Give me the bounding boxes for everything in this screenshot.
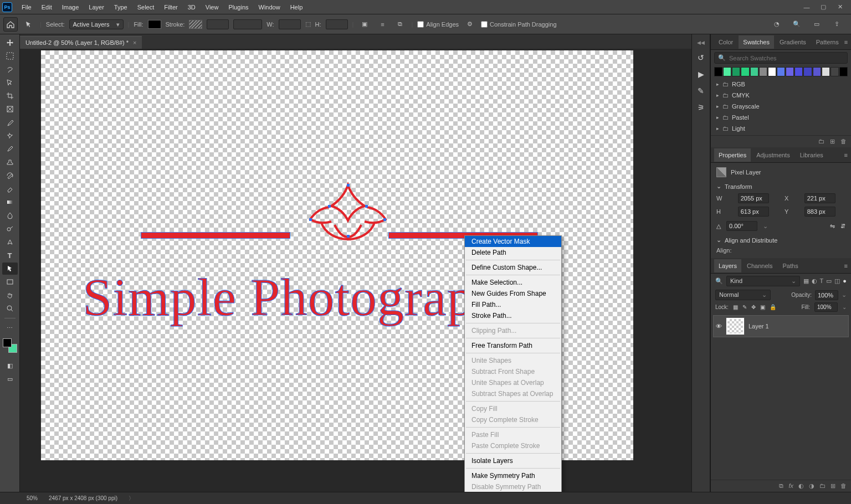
close-icon[interactable]: ✕ [837, 4, 843, 11]
swatch[interactable] [723, 67, 731, 76]
swatch-folder-rgb[interactable]: ▸🗀RGB [711, 79, 851, 90]
path-selection-tool[interactable] [2, 263, 18, 275]
ctx-make-symmetry-path[interactable]: Make Symmetry Path [465, 470, 561, 481]
swatch[interactable] [831, 67, 839, 76]
panel-menu-icon[interactable]: ≡ [844, 39, 848, 45]
brush-settings-panel-icon[interactable]: ⚞ [698, 103, 705, 112]
pen-tool[interactable] [2, 236, 18, 248]
tab-adjustments[interactable]: Adjustments [752, 148, 794, 162]
path-arrange-icon[interactable]: ⧉ [393, 18, 407, 31]
lock-all-icon[interactable]: 🔒 [770, 304, 776, 310]
folder-icon[interactable]: 🗀 [818, 138, 824, 145]
stroke-style-field[interactable] [233, 19, 262, 29]
search-icon[interactable]: 🔍 [790, 18, 803, 31]
layer-name[interactable]: Layer 1 [749, 323, 769, 330]
group-icon[interactable]: 🗀 [819, 482, 826, 490]
path-operations-icon[interactable]: ▣ [358, 18, 371, 31]
transform-x[interactable]: 221 px [804, 193, 835, 203]
actions-panel-icon[interactable]: ▶ [698, 70, 704, 79]
fx-icon[interactable]: fx [788, 482, 793, 490]
lotus-shape[interactable] [301, 179, 394, 246]
tab-color[interactable]: Color [714, 35, 737, 49]
menu-image[interactable]: Image [57, 2, 84, 13]
link-icon[interactable]: ⬚ [305, 20, 311, 28]
panel-menu-icon[interactable]: ≡ [844, 152, 848, 158]
tab-channels[interactable]: Channels [742, 259, 777, 272]
brush-tool[interactable] [2, 143, 18, 155]
move-tool[interactable] [2, 37, 18, 49]
menu-file[interactable]: File [17, 2, 37, 13]
dodge-tool[interactable] [2, 223, 18, 235]
align-edges-checkbox[interactable]: Align Edges [417, 21, 459, 28]
cloud-docs-icon[interactable]: ◔ [770, 18, 783, 31]
close-tab-icon[interactable]: × [133, 39, 136, 46]
swatch-folder-grayscale[interactable]: ▸🗀Grayscale [711, 101, 851, 112]
info-chevron-icon[interactable]: 〉 [129, 495, 134, 502]
menu-view[interactable]: View [201, 2, 224, 13]
transform-y[interactable]: 883 px [804, 207, 835, 217]
tab-libraries[interactable]: Libraries [796, 148, 828, 162]
swatch[interactable] [732, 67, 740, 76]
transform-h[interactable]: 613 px [738, 207, 769, 217]
divider-bar-left[interactable] [141, 232, 290, 239]
zoom-tool[interactable] [2, 302, 18, 315]
shape-tool[interactable] [2, 276, 18, 288]
swatch[interactable] [803, 67, 812, 76]
lock-artboard-icon[interactable]: ▣ [760, 304, 765, 310]
gradient-tool[interactable] [2, 196, 18, 208]
gear-icon[interactable]: ⚙ [463, 18, 476, 31]
brushes-panel-icon[interactable]: ✎ [698, 86, 704, 95]
swatch-folder-pastel[interactable]: ▸🗀Pastel [711, 112, 851, 123]
stamp-tool[interactable] [2, 156, 18, 168]
tab-gradients[interactable]: Gradients [775, 35, 811, 49]
frame-tool[interactable] [2, 103, 18, 115]
minimize-icon[interactable]: — [803, 4, 810, 11]
menu-edit[interactable]: Edit [37, 2, 57, 13]
crop-tool[interactable] [2, 90, 18, 102]
zoom-level[interactable]: 50% [27, 495, 38, 501]
transform-section[interactable]: ⌄Transform [716, 183, 845, 190]
share-icon[interactable]: ⇪ [830, 18, 843, 31]
layer-filter-dropdown[interactable]: Kind ⌄ [726, 276, 800, 286]
swatch[interactable] [741, 67, 749, 76]
swatch-folder-cmyk[interactable]: ▸🗀CMYK [711, 90, 851, 101]
menu-3d[interactable]: 3D [183, 2, 201, 13]
marquee-tool[interactable] [2, 50, 18, 62]
align-section[interactable]: ⌄Align and Distribute [716, 236, 845, 244]
menu-help[interactable]: Help [285, 2, 308, 13]
filter-type-icon[interactable]: T [820, 277, 824, 285]
new-swatch-icon[interactable]: ⊞ [830, 138, 835, 145]
fill-field[interactable]: 100% [814, 302, 838, 312]
visibility-toggle-icon[interactable]: 👁 [716, 323, 722, 330]
ctx-fill-path-[interactable]: Fill Path... [465, 299, 561, 310]
delete-swatch-icon[interactable]: 🗑 [840, 138, 847, 145]
swatch[interactable] [777, 67, 785, 76]
swatch[interactable] [768, 67, 776, 76]
ctx-make-selection-[interactable]: Make Selection... [465, 277, 561, 288]
history-brush-tool[interactable] [2, 169, 18, 182]
filter-smart-icon[interactable]: ◫ [834, 277, 840, 285]
menu-select[interactable]: Select [132, 2, 160, 13]
ctx-free-transform-path[interactable]: Free Transform Path [465, 340, 561, 351]
swatch[interactable] [750, 67, 758, 76]
mask-icon[interactable]: ◐ [798, 482, 804, 490]
swatch-search-input[interactable] [729, 55, 844, 61]
transform-w[interactable]: 2055 px [738, 193, 769, 203]
delete-layer-icon[interactable]: 🗑 [840, 482, 847, 490]
ctx-create-vector-mask[interactable]: Create Vector Mask [465, 236, 561, 247]
history-panel-icon[interactable]: ↺ [698, 53, 704, 62]
screen-mode-icon[interactable]: ▭ [2, 373, 18, 385]
swatch[interactable] [794, 67, 803, 76]
lock-transparency-icon[interactable]: ▦ [733, 304, 738, 310]
ctx-isolate-layers[interactable]: Isolate Layers [465, 455, 561, 466]
swatch[interactable] [786, 67, 794, 76]
select-dropdown[interactable]: Active Layers [69, 19, 124, 29]
color-swatches[interactable] [3, 338, 17, 353]
filter-pixel-icon[interactable]: ▦ [803, 277, 809, 285]
swatch[interactable] [822, 67, 830, 76]
ctx-delete-path[interactable]: Delete Path [465, 247, 561, 258]
tab-layers[interactable]: Layers [714, 259, 741, 272]
menu-type[interactable]: Type [109, 2, 132, 13]
type-tool[interactable]: T [2, 249, 18, 261]
fill-swatch[interactable] [148, 20, 161, 29]
